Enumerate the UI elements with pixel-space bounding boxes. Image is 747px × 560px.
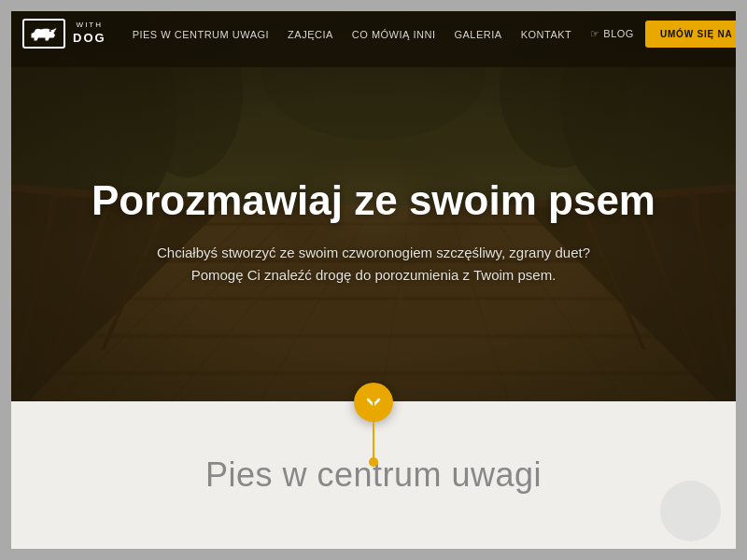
nav-link-pies[interactable]: PIES W CENTRUM UWAGI xyxy=(133,29,269,40)
page-wrapper: with DOG PIES W CENTRUM UWAGI ZAJĘCIA CO… xyxy=(0,0,747,560)
nav-item-blog[interactable]: ☞ BLOG xyxy=(590,28,634,40)
nav-link-kontakt[interactable]: KONTAKT xyxy=(521,29,572,40)
nav-links: PIES W CENTRUM UWAGI ZAJĘCIA CO MÓWIĄ IN… xyxy=(133,25,634,42)
scroll-connector xyxy=(369,401,378,467)
nav-item-galeria[interactable]: GALERIA xyxy=(454,25,501,42)
nav-link-blog[interactable]: ☞ BLOG xyxy=(590,28,634,40)
logo-text-group: with DOG xyxy=(73,21,106,47)
logo-brand: DOG xyxy=(73,31,106,45)
nav-item-co-mowia[interactable]: CO MÓWIĄ INNI xyxy=(352,25,436,42)
nav-link-co-mowia[interactable]: CO MÓWIĄ INNI xyxy=(352,29,436,40)
nav-link-zajecia[interactable]: ZAJĘCIA xyxy=(288,29,333,40)
cta-button[interactable]: UMÓW SIĘ NA ZAJĘCIA xyxy=(645,21,747,48)
decorative-circle xyxy=(660,481,721,541)
nav-item-zajecia[interactable]: ZAJĘCIA xyxy=(288,25,333,42)
logo-dog-icon xyxy=(30,23,58,44)
nav-link-galeria[interactable]: GALERIA xyxy=(454,29,501,40)
connector-line xyxy=(373,401,374,457)
logo-label: with DOG xyxy=(73,21,106,46)
nav-item-kontakt[interactable]: KONTAKT xyxy=(521,25,572,42)
hero-content: Porozmawiaj ze swoim psem Chciałbyś stwo… xyxy=(56,177,691,287)
nav-item-pies[interactable]: PIES W CENTRUM UWAGI xyxy=(133,25,269,42)
svg-point-40 xyxy=(49,30,51,32)
logo[interactable]: with DOG xyxy=(22,19,106,49)
connector-dot xyxy=(369,457,378,467)
hero-section: with DOG PIES W CENTRUM UWAGI ZAJĘCIA CO… xyxy=(0,0,747,448)
hero-subtitle: Chciałbyś stworzyć ze swoim czworonogiem… xyxy=(56,242,691,288)
navbar: with DOG PIES W CENTRUM UWAGI ZAJĘCIA CO… xyxy=(0,0,747,67)
logo-box xyxy=(22,19,65,49)
hero-title: Porozmawiaj ze swoim psem xyxy=(56,177,691,225)
